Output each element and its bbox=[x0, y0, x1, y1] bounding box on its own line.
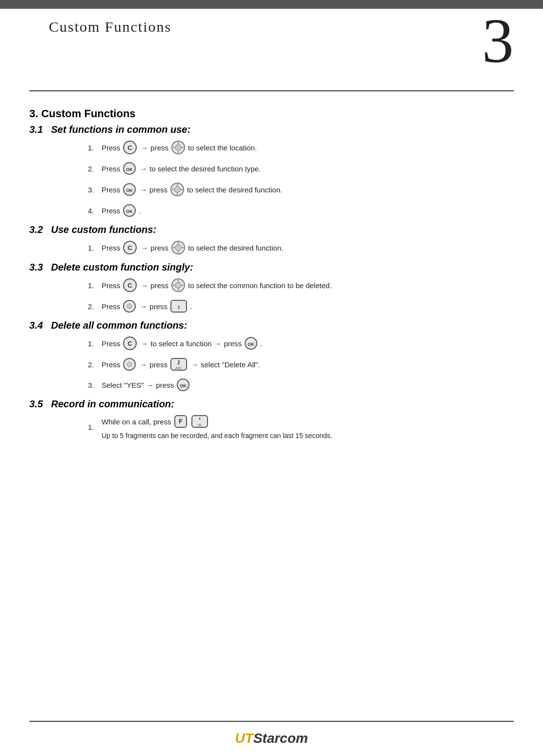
svg-text:F: F bbox=[179, 418, 183, 425]
arrow-icon: → bbox=[141, 339, 148, 348]
step-text: to select the location. bbox=[188, 144, 257, 152]
list-item: 1. While on a call, press F bbox=[88, 415, 514, 440]
step-num: 4. bbox=[88, 207, 102, 215]
svg-text:/R: /R bbox=[198, 423, 202, 427]
arrow-icon: → bbox=[191, 360, 198, 369]
svg-point-45 bbox=[127, 362, 132, 367]
step-text: Select "YES" bbox=[102, 381, 144, 389]
step-num: 3. bbox=[88, 381, 102, 389]
arrow-icon: → bbox=[140, 360, 147, 369]
step-text: Press bbox=[102, 144, 120, 152]
svg-point-31 bbox=[175, 282, 181, 288]
svg-text:2: 2 bbox=[177, 360, 180, 365]
step-text: Press bbox=[102, 302, 120, 311]
c-button-icon: C bbox=[123, 240, 137, 255]
section-3-4-list: 1. Press C → to select a function → pres… bbox=[88, 336, 514, 392]
arrow-icon: → bbox=[146, 381, 154, 389]
step-text: press bbox=[149, 360, 167, 369]
nav-button-icon bbox=[171, 140, 186, 155]
svg-point-13 bbox=[174, 187, 180, 192]
ok-button-icon: OK bbox=[123, 204, 136, 217]
step-num: 1. bbox=[88, 281, 102, 290]
arrow-icon: → bbox=[140, 186, 147, 194]
step-num: 1. bbox=[88, 244, 102, 252]
arrow-icon: → bbox=[140, 165, 147, 173]
section-3-2: 3.2 Use custom functions: 1. Press C → p… bbox=[29, 224, 514, 255]
ok-button-icon: OK bbox=[176, 378, 190, 392]
step-num: 3. bbox=[88, 186, 102, 194]
step-text: . bbox=[260, 339, 262, 348]
step-text: press bbox=[150, 144, 168, 152]
step-text: While on a call, press bbox=[102, 418, 171, 426]
ok-button-icon: OK bbox=[244, 336, 258, 350]
svg-text:1: 1 bbox=[178, 305, 180, 310]
section-3-3: 3.3 Delete custom function singly: 1. Pr… bbox=[29, 262, 514, 313]
nav-button-icon bbox=[171, 278, 186, 293]
ok-button-icon: OK bbox=[123, 162, 136, 175]
svg-point-23 bbox=[175, 245, 181, 251]
main-content: 3. Custom Functions 3.1 Set functions in… bbox=[29, 103, 514, 707]
svg-text:ABC: ABC bbox=[175, 366, 182, 370]
section-3-5-list: 1. While on a call, press F bbox=[88, 415, 514, 440]
step-text: Press bbox=[102, 186, 120, 194]
list-item: 1. Press C → press bbox=[88, 240, 514, 255]
step-text: . bbox=[190, 302, 192, 311]
section-3-5: 3.5 Record in communication: 1. While on… bbox=[29, 399, 514, 440]
list-item: 1. Press C → press bbox=[88, 140, 514, 155]
arrow-icon: → bbox=[141, 281, 148, 290]
list-item: 2. Press OK → to select the desired func… bbox=[88, 162, 514, 175]
logo-starcom-text: Starcom bbox=[253, 731, 308, 746]
step-num: 1. bbox=[88, 339, 102, 348]
step-num: 1. bbox=[88, 423, 102, 431]
small-round-button-icon bbox=[123, 299, 136, 313]
step-text: select "Delete All". bbox=[201, 360, 260, 369]
step-text: Press bbox=[102, 165, 120, 173]
c-button-icon: C bbox=[123, 336, 137, 351]
section-3-2-list: 1. Press C → press bbox=[88, 240, 514, 255]
step-text: . bbox=[139, 207, 141, 215]
svg-text:OK: OK bbox=[126, 167, 133, 172]
list-item: 4. Press OK . bbox=[88, 204, 514, 217]
section-3-3-heading: 3.3 Delete custom function singly: bbox=[29, 262, 514, 273]
step-text: press bbox=[224, 339, 242, 348]
section-3-heading: 3. Custom Functions bbox=[29, 107, 514, 120]
step-text: press bbox=[149, 186, 167, 194]
page-container: Custom Functions 3 3. Custom Functions 3… bbox=[0, 0, 543, 756]
top-bar bbox=[0, 0, 543, 9]
svg-text:*: * bbox=[199, 417, 201, 422]
logo-ut-text: UT bbox=[235, 731, 253, 746]
f-key-icon: F bbox=[174, 415, 188, 428]
section-3-1: 3.1 Set functions in common use: 1. Pres… bbox=[29, 124, 514, 217]
step-text: to select the common function to be dele… bbox=[188, 281, 332, 290]
step-text: to select a function bbox=[150, 339, 211, 348]
step-num: 2. bbox=[88, 165, 102, 173]
svg-point-3 bbox=[175, 145, 181, 150]
list-item: 1. Press C → press bbox=[88, 278, 514, 293]
svg-text:C: C bbox=[128, 144, 133, 151]
delete-key-icon: 1 bbox=[170, 299, 188, 313]
section-3-2-heading: 3.2 Use custom functions: bbox=[29, 224, 514, 235]
list-item: 2. Press → press 1 bbox=[88, 299, 514, 313]
svg-text:C: C bbox=[128, 340, 133, 347]
rec-key-icon: * /R bbox=[191, 415, 209, 428]
step-num: 2. bbox=[88, 360, 102, 369]
c-button-icon: C bbox=[123, 140, 137, 155]
chapter-number: 3 bbox=[482, 9, 514, 72]
step-text: Press bbox=[102, 244, 120, 252]
list-item: 3. Select "YES" → press OK bbox=[88, 378, 514, 392]
header-rule bbox=[29, 90, 514, 91]
svg-text:C: C bbox=[128, 244, 133, 252]
list-item: 3. Press OK → press bbox=[88, 182, 514, 197]
section-3-1-list: 1. Press C → press bbox=[88, 140, 514, 217]
header: Custom Functions 3 bbox=[0, 9, 543, 92]
arrow-icon: → bbox=[141, 244, 148, 252]
svg-text:OK: OK bbox=[126, 209, 133, 214]
c-button-icon: C bbox=[123, 278, 137, 293]
step-text: Press bbox=[102, 281, 120, 290]
section-3-3-list: 1. Press C → press bbox=[88, 278, 514, 313]
section-3-4: 3.4 Delete all common functions: 1. Pres… bbox=[29, 320, 514, 392]
step-text: press bbox=[150, 244, 168, 252]
section-3-5-heading: 3.5 Record in communication: bbox=[29, 399, 514, 410]
nav-button-icon bbox=[171, 240, 186, 255]
step-note: Up to 5 fragments can be recorded, and e… bbox=[102, 432, 332, 440]
